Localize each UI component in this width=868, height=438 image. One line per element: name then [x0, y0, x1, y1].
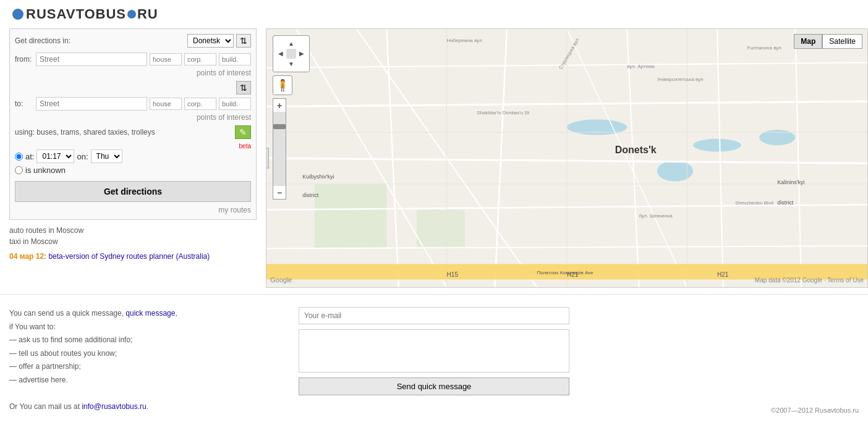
svg-point-2	[657, 161, 693, 181]
svg-text:Kalinins'kyi: Kalinins'kyi	[777, 179, 804, 185]
nav-south-button[interactable]: ▼	[286, 59, 297, 69]
logo-dot-left	[12, 9, 23, 20]
zoom-in-button[interactable]: +	[273, 98, 286, 112]
svg-text:H15: H15	[447, 271, 459, 278]
map-type-buttons: Map Satellite	[794, 34, 862, 49]
travel-time-section: beta at: 01:17 on: Thu is unknown	[15, 143, 251, 175]
svg-point-3	[693, 139, 741, 152]
from-street-input[interactable]	[36, 53, 147, 66]
svg-rect-6	[417, 210, 465, 249]
to-street-input[interactable]	[36, 97, 147, 111]
edit-transport-button[interactable]: ✎	[235, 125, 251, 139]
on-label: on:	[77, 152, 88, 161]
contact-line4: — tell us about routes you know;	[9, 347, 280, 361]
svg-text:вул. Артема: вул. Артема	[627, 64, 655, 69]
message-textarea[interactable]	[299, 329, 569, 373]
map-container: H15 H21 H21 Donets'k Kuibyshiv'kyi distr…	[266, 28, 868, 288]
zoom-slider[interactable]	[273, 112, 286, 186]
google-logo: Google	[270, 276, 292, 284]
map-background: H15 H21 H21 Donets'k Kuibyshiv'kyi distr…	[266, 29, 867, 287]
svg-text:Furmanova вул: Furmanova вул	[747, 45, 782, 51]
to-build-input[interactable]	[219, 98, 251, 110]
to-corp-input[interactable]	[184, 98, 216, 110]
map-type-map-button[interactable]: Map	[794, 34, 822, 49]
from-label: from:	[15, 55, 33, 64]
announcement-date: 04 мар 12:	[9, 252, 46, 261]
logo: RUSAVTOBUS RU	[12, 6, 158, 22]
day-select[interactable]: Thu	[91, 150, 122, 163]
svg-text:Полеглих Комунарів Ave: Полеглих Комунарів Ave	[537, 270, 594, 276]
using-row: using: buses, trams, shared taxies, trol…	[15, 125, 251, 139]
nav-center-button[interactable]	[286, 49, 297, 59]
map-controls: ▲ ◀ ▶ ▼ 🧍 +	[273, 35, 310, 200]
swap-cities-button[interactable]: ⇅	[236, 34, 251, 48]
contact-line1: You can send us a quick message, quick m…	[9, 307, 280, 321]
logo-text2: RU	[137, 6, 158, 22]
from-house-input[interactable]	[150, 53, 182, 65]
from-build-input[interactable]	[219, 53, 251, 65]
contact-form: Send quick message	[299, 307, 569, 414]
svg-text:Shakhtar'iv Donbas'u St: Shakhtar'iv Donbas'u St	[477, 110, 530, 116]
auto-routes-link[interactable]: auto routes in Moscow	[9, 226, 257, 235]
svg-text:Університетська вул: Університетська вул	[657, 77, 704, 82]
nav-east-button[interactable]: ▶	[296, 49, 307, 59]
nav-northeast	[296, 38, 307, 49]
from-corp-input[interactable]	[184, 53, 216, 65]
contact-line5: — offer a partnership;	[9, 360, 280, 374]
quick-message-link[interactable]: quick message	[126, 309, 175, 318]
my-routes-link[interactable]: my routes	[15, 206, 251, 214]
nav-northwest	[276, 38, 286, 49]
zoom-handle[interactable]	[273, 124, 286, 129]
logo-dot-right	[127, 10, 136, 19]
from-points-of-interest-link[interactable]: points of interest	[15, 69, 251, 77]
nav-southeast	[296, 59, 307, 69]
bottom-section: You can send us a quick message, quick m…	[0, 294, 868, 426]
svg-text:Набережна вул: Набережна вул	[447, 38, 482, 43]
to-row: to:	[15, 97, 251, 111]
travel-time-unknown-option: is unknown	[15, 166, 251, 175]
copyright: ©2007—2012 Rusavtobus.ru	[588, 406, 859, 414]
travel-time-at-option: at: 01:17 on: Thu	[15, 150, 251, 163]
taxi-link[interactable]: taxi in Moscow	[9, 237, 257, 246]
contact-line6: — advertise here.	[9, 374, 280, 387]
swap-directions-button[interactable]: ⇅	[236, 81, 251, 95]
map-type-satellite-button[interactable]: Satellite	[822, 34, 862, 49]
map-collapse-button[interactable]: ◀	[266, 148, 269, 169]
svg-text:H21: H21	[717, 271, 729, 278]
zoom-controls: + −	[273, 98, 310, 200]
time-select[interactable]: 01:17	[36, 150, 74, 163]
directions-label: Get directions in:	[15, 36, 187, 45]
left-panel: Get directions in: Donetsk ⇅ from: point…	[0, 28, 266, 288]
to-points-of-interest-link[interactable]: points of interest	[15, 113, 251, 122]
logo-text1: RUSAVTOBUS	[26, 6, 126, 22]
to-house-input[interactable]	[150, 98, 182, 110]
svg-text:district: district	[777, 200, 794, 206]
svg-rect-5	[315, 184, 387, 249]
links-section: auto routes in Moscow taxi in Moscow	[9, 226, 257, 246]
get-directions-button[interactable]: Get directions	[15, 181, 251, 202]
announcement: 04 мар 12: beta-version of Sydney routes…	[9, 252, 257, 261]
announcement-link[interactable]: beta-version of Sydney routes planner (A…	[48, 252, 210, 261]
main-container: Get directions in: Donetsk ⇅ from: point…	[0, 28, 868, 288]
travel-time-unknown-radio[interactable]	[15, 166, 23, 174]
travel-time-at-radio[interactable]	[15, 153, 23, 161]
directions-section: Get directions in: Donetsk ⇅ from: point…	[9, 28, 257, 220]
nav-west-button[interactable]: ◀	[276, 49, 286, 59]
header: RUSAVTOBUS RU	[0, 0, 868, 28]
zoom-out-button[interactable]: −	[273, 186, 286, 200]
contact-info: You can send us a quick message, quick m…	[9, 307, 280, 414]
street-view-button[interactable]: 🧍	[273, 75, 292, 95]
city-select[interactable]: Donetsk	[187, 34, 234, 48]
svg-text:бул. Шевченка: бул. Шевченка	[639, 213, 673, 219]
send-message-button[interactable]: Send quick message	[299, 377, 569, 395]
beta-label: beta	[15, 143, 251, 150]
using-text: using: buses, trams, shared taxies, trol…	[15, 128, 155, 137]
map-credits: Map data ©2012 Google · Terms of Use	[755, 277, 864, 284]
nav-north-button[interactable]: ▲	[286, 38, 297, 49]
svg-text:Shevchenko Blvd: Shevchenko Blvd	[735, 200, 773, 206]
is-unknown-label: is unknown	[25, 166, 66, 175]
contact-email-link[interactable]: info@rusavtobus.ru	[82, 402, 146, 411]
at-label: at:	[25, 152, 34, 161]
nav-control: ▲ ◀ ▶ ▼	[273, 35, 310, 72]
email-input[interactable]	[299, 307, 569, 324]
